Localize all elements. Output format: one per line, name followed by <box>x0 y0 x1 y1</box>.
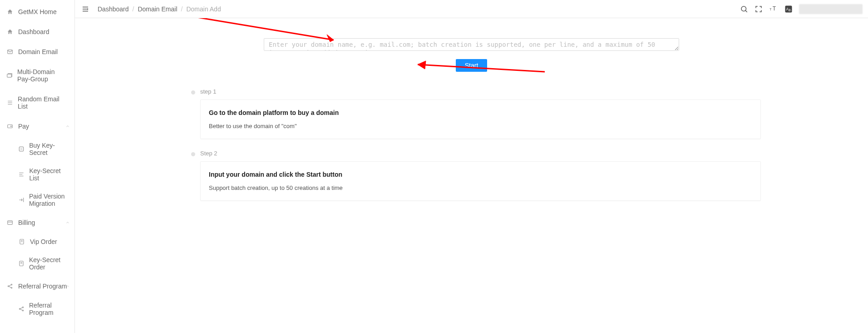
home-icon <box>6 8 14 15</box>
language-icon[interactable]: Aあ <box>784 5 793 13</box>
sidebar-item-label: Referral Program <box>29 302 68 316</box>
breadcrumb-dashboard[interactable]: Dashboard <box>98 5 129 13</box>
sidebar-item-label: Key-Secret Order <box>29 256 68 271</box>
steps: step 1 Go to the domain platform to buy … <box>191 88 761 201</box>
share-icon <box>18 305 25 313</box>
billing-icon <box>6 219 14 226</box>
sidebar-item-domain-email[interactable]: Domain Email <box>0 42 74 62</box>
svg-text:T: T <box>773 5 776 12</box>
svg-point-13 <box>22 310 23 311</box>
sidebar-item-billing[interactable]: Billing <box>0 213 74 233</box>
user-info[interactable] <box>799 4 863 14</box>
sidebar-item-label: Billing <box>18 219 35 226</box>
sidebar-item-dashboard[interactable]: Dashboard <box>0 22 74 42</box>
sidebar-item-multi-domain[interactable]: Multi-Domain Pay-Group <box>0 62 74 89</box>
sidebar-item-label: Random Email List <box>18 95 68 110</box>
chevron-up-icon <box>65 123 70 130</box>
menu-toggle-icon[interactable] <box>81 5 89 13</box>
svg-rect-1 <box>7 74 11 77</box>
svg-point-14 <box>741 6 746 11</box>
breadcrumb-separator: / <box>133 5 134 13</box>
search-icon[interactable] <box>740 5 748 13</box>
svg-line-20 <box>148 18 334 40</box>
svg-rect-5 <box>8 221 13 224</box>
migrate-icon <box>18 196 25 204</box>
svg-point-12 <box>22 307 23 308</box>
home-icon <box>6 28 14 35</box>
fullscreen-icon[interactable] <box>755 5 763 13</box>
sidebar-group-billing: Vip Order Key-Secret Order <box>0 233 74 276</box>
sidebar-item-label: Paid Version Migration <box>29 193 68 207</box>
key-buy-icon <box>18 145 25 153</box>
sidebar-item-vip-order[interactable]: Vip Order <box>12 233 74 251</box>
svg-point-9 <box>11 284 12 285</box>
sidebar-item-referral[interactable]: Referral Program <box>0 276 74 296</box>
sidebar-group-referral: Referral Program <box>0 296 74 322</box>
sidebar-item-buy-key[interactable]: Buy Key-Secret <box>12 136 74 162</box>
svg-point-10 <box>11 287 12 288</box>
sidebar-item-pay[interactable]: Pay <box>0 116 74 136</box>
sidebar-item-key-order[interactable]: Key-Secret Order <box>12 251 74 276</box>
mail-stack-icon <box>6 72 13 79</box>
step-card: Go to the domain platform to buy a domai… <box>200 99 761 139</box>
wallet-icon <box>6 123 14 130</box>
sidebar-item-label: Key-Secret List <box>29 167 68 182</box>
chevron-up-icon <box>65 219 70 226</box>
sidebar-item-label: Dashboard <box>18 28 49 35</box>
svg-point-8 <box>8 286 9 287</box>
step-body: Better to use the domain of "com" <box>209 123 752 129</box>
sidebar-item-label: Multi-Domain Pay-Group <box>17 68 68 83</box>
sidebar-item-key-list[interactable]: Key-Secret List <box>12 162 74 187</box>
start-button[interactable]: Start <box>456 59 488 72</box>
svg-point-3 <box>10 126 11 127</box>
svg-text:T: T <box>769 7 772 11</box>
svg-text:あ: あ <box>789 8 791 11</box>
list-icon <box>6 99 13 106</box>
font-size-icon[interactable]: TT <box>769 5 778 13</box>
sidebar-group-pay: Buy Key-Secret Key-Secret List Paid Vers… <box>0 136 74 213</box>
sidebar-item-label: Referral Program <box>18 283 67 290</box>
step-1: step 1 Go to the domain platform to buy … <box>191 88 761 139</box>
step-2: Step 2 Input your domain and click the S… <box>191 150 761 201</box>
step-card: Input your domain and click the Start bu… <box>200 161 761 201</box>
sidebar-item-label: Buy Key-Secret <box>29 142 68 156</box>
content: Start step 1 Go to the domain platform t… <box>75 18 868 333</box>
sidebar: GetMX Home Dashboard Domain Email Multi-… <box>0 0 75 333</box>
sidebar-item-referral-sub[interactable]: Referral Program <box>12 296 74 322</box>
sidebar-item-label: Vip Order <box>30 238 57 245</box>
step-body: Support batch creation, up to 50 creatio… <box>209 184 752 191</box>
domain-input[interactable] <box>264 38 679 51</box>
step-label: Step 2 <box>200 150 761 157</box>
sidebar-item-label: Domain Email <box>18 48 58 55</box>
mail-icon <box>6 48 14 55</box>
sidebar-item-label: GetMX Home <box>18 8 57 15</box>
sidebar-item-random-email[interactable]: Random Email List <box>0 89 74 116</box>
chevron-up-icon <box>65 283 70 290</box>
order-icon <box>18 238 25 245</box>
sidebar-item-label: Pay <box>18 123 29 130</box>
step-label: step 1 <box>200 88 761 95</box>
topbar: Dashboard / Domain Email / Domain Add TT… <box>75 0 868 18</box>
main: Dashboard / Domain Email / Domain Add TT… <box>75 0 868 333</box>
topbar-actions: TT Aあ <box>740 4 863 14</box>
step-title: Input your domain and click the Start bu… <box>209 171 752 178</box>
step-title: Go to the domain platform to buy a domai… <box>209 109 752 116</box>
breadcrumb: Dashboard / Domain Email / Domain Add <box>98 5 221 13</box>
breadcrumb-current: Domain Add <box>186 5 221 13</box>
sidebar-item-home[interactable]: GetMX Home <box>0 2 74 22</box>
key-list-icon <box>18 171 25 178</box>
order-icon <box>18 260 25 267</box>
sidebar-item-paid-migration[interactable]: Paid Version Migration <box>12 187 74 213</box>
share-icon <box>6 283 14 290</box>
svg-point-11 <box>19 308 20 309</box>
breadcrumb-domain-email[interactable]: Domain Email <box>138 5 177 13</box>
breadcrumb-separator: / <box>181 5 183 13</box>
